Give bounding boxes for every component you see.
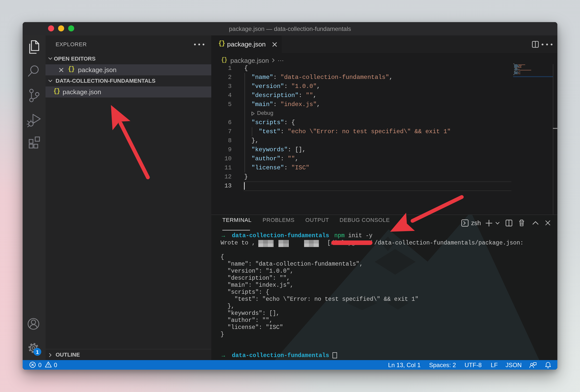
svg-text:1: 1 bbox=[36, 349, 39, 355]
